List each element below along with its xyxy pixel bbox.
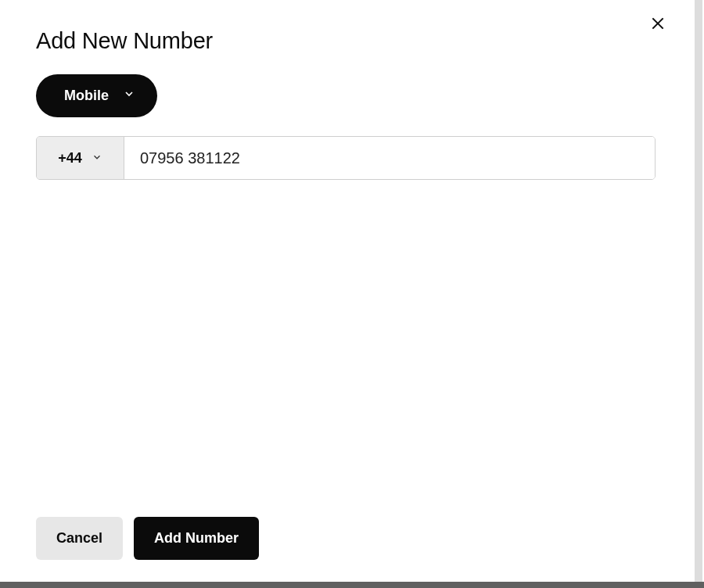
- scrollbar-track[interactable]: [695, 0, 702, 582]
- phone-number-input[interactable]: [124, 137, 655, 179]
- chevron-down-icon: [123, 88, 135, 104]
- country-code-label: +44: [58, 150, 82, 167]
- spacer: [36, 180, 659, 517]
- cancel-button[interactable]: Cancel: [36, 517, 123, 560]
- close-button[interactable]: [646, 13, 670, 36]
- number-type-label: Mobile: [64, 88, 109, 104]
- number-type-dropdown[interactable]: Mobile: [36, 74, 157, 117]
- dialog-title: Add New Number: [36, 28, 659, 54]
- add-number-dialog: Add New Number Mobile +44 Cancel Add Num…: [0, 0, 695, 582]
- chevron-down-icon: [92, 150, 102, 167]
- add-number-button[interactable]: Add Number: [134, 517, 259, 560]
- dialog-actions: Cancel Add Number: [36, 517, 659, 560]
- bottom-border: [0, 582, 704, 588]
- phone-field-group: +44: [36, 136, 656, 180]
- country-code-dropdown[interactable]: +44: [37, 137, 124, 179]
- close-icon: [650, 16, 666, 34]
